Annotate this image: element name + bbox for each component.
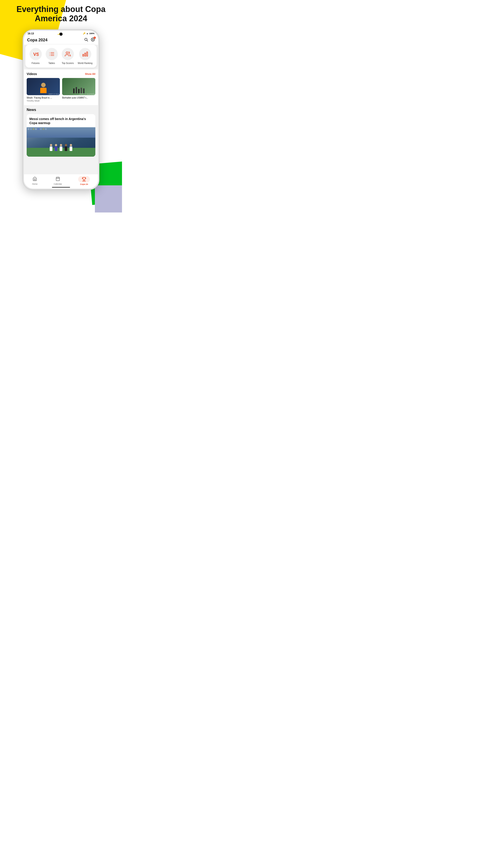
svg-line-1 xyxy=(87,40,88,41)
world-ranking-icon xyxy=(79,48,91,60)
videos-row: H SPONSORS CREDIT: U.S. Soccer Weah: 'Fa… xyxy=(27,78,95,102)
video-title-1: Weah: 'Facing Brazil is ... xyxy=(27,96,60,99)
show-all-button[interactable]: Show All xyxy=(85,72,95,75)
credit-text-1: CREDIT: U.S. Soccer xyxy=(48,93,59,95)
nav-item-tables[interactable]: Tables xyxy=(46,48,58,64)
home-icon xyxy=(33,177,37,182)
notification-badge: 1 xyxy=(94,37,96,39)
svg-rect-13 xyxy=(83,54,84,56)
videos-section: Videos Show All H SPONSORS xyxy=(24,69,98,105)
video-subtitle-1: Timothy Weah xyxy=(27,100,60,102)
phone-inner: 16:13 🌙 🔑 ▲ 100% Copa 2024 xyxy=(24,31,98,188)
video-thumb-1: H SPONSORS CREDIT: U.S. Soccer xyxy=(27,78,60,95)
calendar-icon xyxy=(56,177,60,182)
bottom-nav-calendar[interactable]: Calendar xyxy=(54,177,62,185)
videos-header: Videos Show All xyxy=(27,72,95,76)
svg-text:VS: VS xyxy=(33,52,39,57)
app-header: Copa 2024 1 xyxy=(24,36,98,45)
quick-nav-panel: VS Fixtures Tables xyxy=(25,45,97,68)
scroll-content[interactable]: Videos Show All H SPONSORS xyxy=(24,68,98,184)
video-card-1[interactable]: H SPONSORS CREDIT: U.S. Soccer Weah: 'Fa… xyxy=(27,78,60,102)
video-thumb-2: H CREDIT: U.S. Soccer/Verdone xyxy=(62,78,95,95)
camera-notch xyxy=(59,33,63,36)
search-button[interactable] xyxy=(84,37,88,42)
calendar-label: Calendar xyxy=(54,183,62,185)
top-scorers-icon xyxy=(62,48,74,60)
battery-icon: 100% xyxy=(89,32,94,35)
status-time: 16:13 xyxy=(28,32,34,35)
phone-frame: 16:13 🌙 🔑 ▲ 100% Copa 2024 xyxy=(23,29,99,190)
news-section-title: News xyxy=(27,108,95,112)
news-image xyxy=(27,127,95,157)
header-icons: 1 xyxy=(84,37,95,42)
settings-button[interactable]: 1 xyxy=(91,37,95,42)
svg-point-2 xyxy=(92,39,94,40)
app-title: Copa 2024 xyxy=(27,38,47,42)
bg-lavender-shape xyxy=(95,185,122,213)
wifi-icon: ▲ xyxy=(86,32,88,35)
nav-item-fixtures[interactable]: VS Fixtures xyxy=(30,48,42,64)
tables-icon xyxy=(46,48,58,60)
world-ranking-label: World Ranking xyxy=(78,62,92,64)
credit-text-2: CREDIT: U.S. Soccer/Verdone xyxy=(79,93,95,95)
video-title-2: Berhalter puts USMNT t... xyxy=(62,96,95,99)
copa24-icon-wrap xyxy=(78,176,90,182)
fixtures-icon: VS xyxy=(30,48,42,60)
bottom-nav-copa24[interactable]: Copa 24 xyxy=(78,176,90,185)
svg-rect-12 xyxy=(85,53,86,56)
nav-item-top-scorers[interactable]: Top Scorers xyxy=(62,48,74,64)
news-card-1[interactable]: Messi comes off bench in Argentina's Cop… xyxy=(27,114,95,157)
key-icon: 🔑 xyxy=(83,32,86,35)
home-indicator xyxy=(52,187,70,188)
svg-rect-14 xyxy=(56,177,60,181)
tables-label: Tables xyxy=(48,62,55,64)
news-headline: Messi comes off bench in Argentina's Cop… xyxy=(27,114,95,127)
videos-title: Videos xyxy=(27,72,37,76)
news-section: News Messi comes off bench in Argentina'… xyxy=(24,105,98,158)
fixtures-label: Fixtures xyxy=(32,62,40,64)
home-label: Home xyxy=(32,183,37,185)
video-card-2[interactable]: H CREDIT: U.S. Soccer/Verdone B xyxy=(62,78,95,102)
svg-rect-11 xyxy=(87,52,88,56)
nav-item-world-ranking[interactable]: World Ranking xyxy=(78,48,92,64)
copa24-label: Copa 24 xyxy=(80,183,88,185)
bottom-nav-home[interactable]: Home xyxy=(32,177,37,185)
svg-point-10 xyxy=(66,52,68,54)
top-scorers-label: Top Scorers xyxy=(62,62,74,64)
hero-title: Everything about Copa America 2024 xyxy=(0,4,122,23)
bottom-nav: Home Calendar xyxy=(24,174,98,188)
status-icons: 🔑 ▲ 100% xyxy=(83,32,94,35)
